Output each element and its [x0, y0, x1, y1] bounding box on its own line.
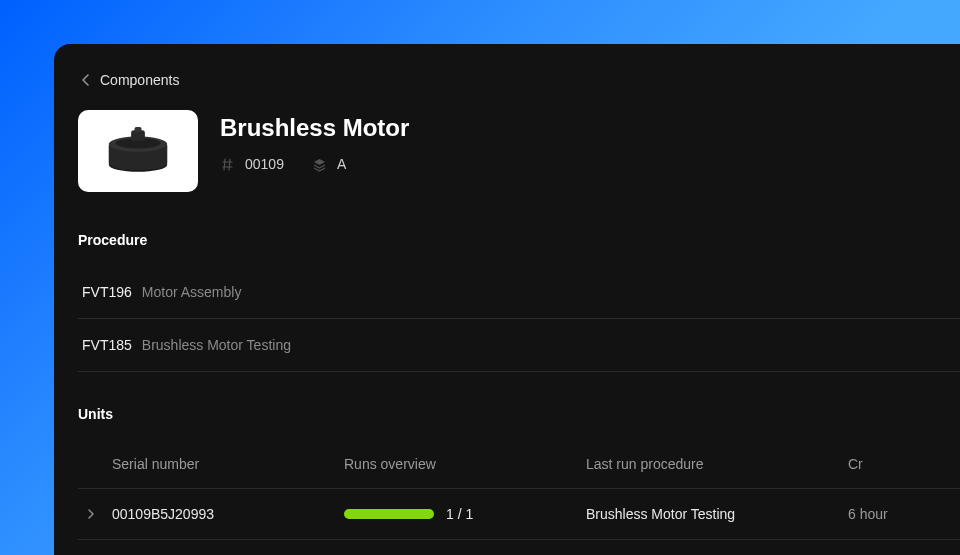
chevron-left-icon [78, 73, 92, 87]
unit-last-proc: Brushless Motor Testing [586, 506, 848, 522]
col-created: Cr [848, 456, 956, 472]
procedure-row[interactable]: FVT196 Motor Assembly [78, 266, 960, 319]
runs-overview-cell: 1 / 1 [344, 506, 586, 522]
unit-serial: 00109B5J20993 [112, 506, 344, 522]
breadcrumb-label: Components [100, 72, 179, 88]
title-block: Brushless Motor 00109 A [220, 110, 409, 172]
units-table-header: Serial number Runs overview Last run pro… [78, 440, 960, 489]
runs-count: 1 / 1 [446, 506, 473, 522]
component-revision: A [312, 156, 346, 172]
procedures-label: Procedure [78, 232, 960, 248]
units-section: Units Serial number Runs overview Last r… [78, 406, 960, 540]
col-serial: Serial number [112, 456, 344, 472]
component-id-value: 00109 [245, 156, 284, 172]
procedure-row[interactable]: FVT185 Brushless Motor Testing [78, 319, 960, 372]
procedure-name: Brushless Motor Testing [142, 337, 291, 353]
breadcrumb[interactable]: Components [78, 72, 960, 88]
hash-icon [220, 157, 235, 172]
layers-icon [312, 157, 327, 172]
expand-icon[interactable] [82, 505, 100, 523]
page-title: Brushless Motor [220, 114, 409, 142]
component-revision-value: A [337, 156, 346, 172]
meta-row: 00109 A [220, 156, 409, 172]
component-thumbnail [78, 110, 198, 192]
unit-created: 6 hour [848, 506, 956, 522]
component-header: Brushless Motor 00109 A [78, 110, 960, 192]
procedure-code: FVT185 [82, 337, 132, 353]
procedures-section: Procedure FVT196 Motor Assembly FVT185 B… [78, 232, 960, 372]
motor-icon [94, 120, 182, 182]
col-runs: Runs overview [344, 456, 586, 472]
col-last-proc: Last run procedure [586, 456, 848, 472]
unit-row[interactable]: 00109B5J20993 1 / 1 Brushless Motor Test… [78, 489, 960, 540]
progress-bar [344, 509, 434, 519]
procedure-name: Motor Assembly [142, 284, 242, 300]
svg-rect-4 [135, 127, 142, 132]
component-id: 00109 [220, 156, 284, 172]
procedure-code: FVT196 [82, 284, 132, 300]
units-label: Units [78, 406, 960, 422]
app-window: Components Brushless Motor 00109 [54, 44, 960, 555]
